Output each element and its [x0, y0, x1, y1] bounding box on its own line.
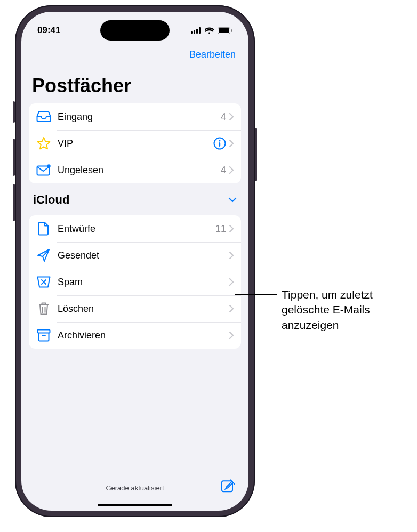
svg-rect-3 [199, 27, 201, 34]
mailbox-row-vip[interactable]: VIP [29, 130, 241, 157]
home-indicator [98, 504, 172, 506]
chevron-down-icon [228, 197, 237, 203]
side-button [13, 184, 15, 221]
chevron-icon [229, 278, 234, 286]
badge-count: 4 [221, 165, 226, 176]
chevron-icon [229, 252, 234, 259]
toolbar: Gerade aktualisiert [21, 473, 248, 502]
mailbox-label: Eingang [58, 111, 221, 123]
phone-frame: 09:41 Bearbeiten Postfächer [15, 5, 255, 517]
drafts-icon [36, 221, 51, 236]
status-time: 09:41 [37, 25, 60, 36]
mailbox-row-sent[interactable]: Gesendet [29, 242, 241, 269]
svg-rect-9 [219, 142, 220, 147]
mailbox-row-inbox[interactable]: Eingang 4 [29, 103, 241, 130]
side-button [13, 101, 15, 123]
page-title: Postfächer [32, 75, 131, 97]
svg-rect-1 [194, 30, 195, 34]
chevron-icon [229, 113, 234, 120]
mailbox-row-drafts[interactable]: Entwürfe 11 [29, 215, 241, 242]
badge-count: 11 [215, 223, 226, 235]
svg-rect-0 [191, 31, 193, 34]
callout-line [235, 294, 277, 295]
mailbox-label: Entwürfe [58, 223, 215, 235]
info-icon[interactable] [213, 137, 226, 150]
dynamic-island [100, 20, 170, 41]
compose-button[interactable] [221, 479, 236, 494]
screen: 09:41 Bearbeiten Postfächer [21, 12, 248, 511]
callout-text: Tippen, um zuletzt gelöschte E-Mails anz… [282, 287, 410, 333]
mailbox-row-unread[interactable]: Ungelesen 4 [29, 157, 241, 183]
archive-icon [36, 328, 51, 343]
mailbox-label: Ungelesen [58, 165, 221, 176]
side-button [255, 128, 257, 181]
chevron-icon [229, 140, 234, 147]
svg-rect-12 [38, 330, 50, 333]
svg-rect-2 [196, 29, 198, 34]
edit-button[interactable]: Bearbeiten [189, 49, 236, 60]
section-header-icloud[interactable]: iCloud [33, 193, 237, 207]
mailbox-label: Archivieren [58, 330, 229, 341]
sent-icon [36, 248, 51, 263]
mailbox-label: Löschen [58, 303, 229, 315]
mailbox-label: VIP [58, 138, 213, 149]
svg-point-11 [47, 164, 50, 167]
chevron-icon [229, 225, 234, 232]
status-icons [191, 27, 232, 34]
spam-icon [36, 275, 51, 289]
nav-header: Bearbeiten [189, 49, 236, 60]
mailbox-row-spam[interactable]: Spam [29, 269, 241, 295]
side-button [13, 139, 15, 176]
chevron-icon [229, 166, 234, 174]
battery-icon [218, 27, 232, 34]
unread-icon [36, 163, 51, 178]
trash-icon [36, 301, 51, 316]
inbox-icon [36, 109, 51, 124]
toolbar-status: Gerade aktualisiert [106, 484, 164, 492]
svg-rect-5 [219, 28, 229, 33]
mailbox-label: Spam [58, 277, 229, 288]
chevron-icon [229, 332, 234, 339]
mailbox-label: Gesendet [58, 250, 229, 261]
svg-rect-6 [231, 29, 232, 32]
badge-count: 4 [221, 111, 226, 123]
icloud-group: Entwürfe 11 Gesendet Spam [29, 215, 241, 349]
chevron-icon [229, 305, 234, 312]
mailbox-row-trash[interactable]: Löschen [29, 295, 241, 322]
wifi-icon [205, 27, 214, 34]
callout: Tippen, um zuletzt gelöschte E-Mails anz… [235, 287, 410, 333]
section-title: iCloud [33, 193, 69, 207]
cellular-icon [191, 27, 202, 34]
svg-point-8 [219, 140, 221, 142]
smart-mailboxes-group: Eingang 4 VIP [29, 103, 241, 183]
mailbox-row-archive[interactable]: Archivieren [29, 322, 241, 349]
star-icon [36, 136, 51, 151]
